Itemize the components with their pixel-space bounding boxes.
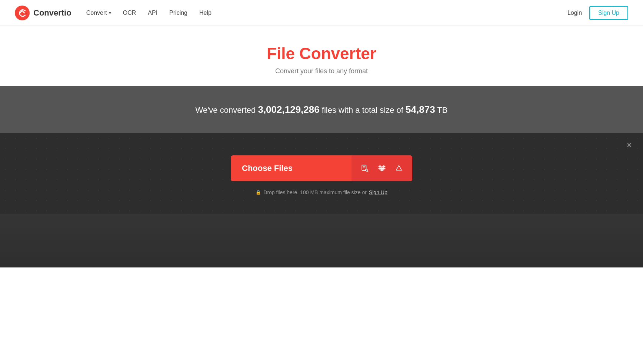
choose-files-label: Choose Files [231,164,352,173]
nav-pricing-link[interactable]: Pricing [169,10,187,16]
drop-info-text: Drop files here. 100 MB maximum file siz… [263,189,367,195]
nav-pricing-label: Pricing [169,10,187,16]
page-title: File Converter [7,44,636,63]
stats-file-count: 3,002,129,286 [258,104,319,115]
drop-info: 🔒 Drop files here. 100 MB maximum file s… [256,189,387,195]
navbar-right: Login Sign Up [567,6,628,20]
nav-links: Convert ▾ OCR API Pricing Help [86,10,211,16]
login-link[interactable]: Login [567,10,582,16]
lock-icon: 🔒 [256,190,261,195]
logo-icon [15,6,30,20]
nav-ocr-link[interactable]: OCR [123,10,136,16]
nav-ocr-label: OCR [123,10,136,16]
stats-prefix: We've converted [196,105,256,115]
file-search-icon[interactable] [360,164,370,173]
google-drive-icon[interactable] [394,164,404,173]
close-button[interactable]: × [627,141,632,149]
choose-files-button[interactable]: Choose Files [231,155,412,181]
hero-subtitle: Convert your files to any format [7,67,636,75]
signup-button[interactable]: Sign Up [589,6,628,20]
upload-icons [352,155,412,181]
upload-section: We've converted 3,002,129,286 files with… [0,86,643,267]
hero-section: File Converter Convert your files to any… [0,26,643,86]
brand-name: Convertio [33,8,71,18]
stats-middle: files with a total size of [322,105,403,115]
nav-help-link[interactable]: Help [199,10,211,16]
login-label: Login [567,10,582,16]
logo-link[interactable]: Convertio [15,6,71,20]
stats-banner: We've converted 3,002,129,286 files with… [0,86,643,133]
svg-line-5 [367,171,368,172]
nav-help-label: Help [199,10,211,16]
stats-suffix: TB [437,105,447,115]
drop-area: × Choose Files [0,133,643,214]
chevron-down-icon: ▾ [109,10,111,16]
dropbox-icon[interactable] [377,164,387,173]
stats-total-size: 54,873 [406,104,435,115]
navbar: Convertio Convert ▾ OCR API Pricing Help… [0,0,643,26]
svg-marker-12 [396,165,402,170]
drop-signup-label: Sign Up [369,189,387,195]
svg-line-15 [399,165,402,170]
drop-signup-link[interactable]: Sign Up [369,189,387,195]
svg-line-13 [396,165,399,170]
svg-point-0 [15,6,30,20]
nav-api-label: API [148,10,157,16]
nav-convert-link[interactable]: Convert ▾ [86,10,111,16]
nav-convert-label: Convert [86,10,107,16]
nav-api-link[interactable]: API [148,10,157,16]
navbar-left: Convertio Convert ▾ OCR API Pricing Help [15,6,211,20]
